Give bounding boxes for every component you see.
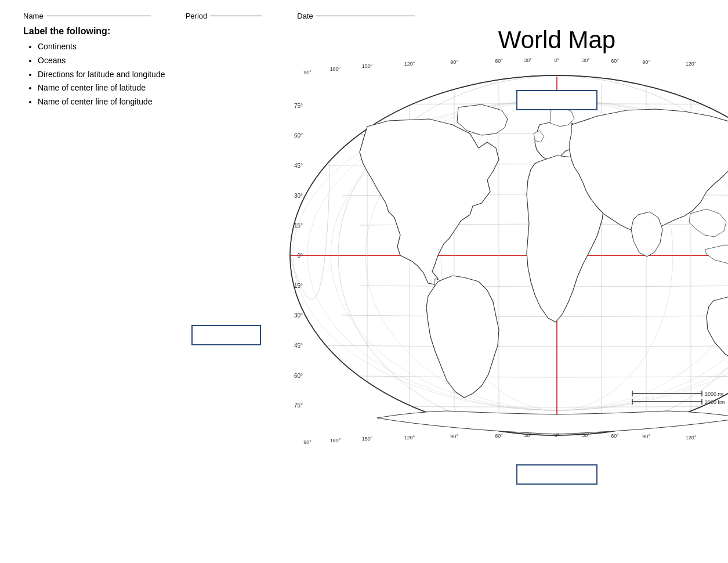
svg-text:90°: 90° [303,439,312,445]
svg-text:60°: 60° [495,433,503,439]
period-line [210,16,262,16]
svg-text:120°: 120° [686,435,697,441]
svg-text:120°: 120° [686,61,697,67]
svg-text:60°: 60° [294,132,303,139]
svg-text:90°: 90° [303,70,312,75]
date-label: Date [297,12,313,20]
svg-text:90°: 90° [642,434,650,439]
name-line [46,16,151,16]
svg-text:30°: 30° [524,58,532,63]
content-area: Label the following: Continents Oceans D… [23,26,705,453]
svg-text:60°: 60° [495,58,503,64]
world-map-svg: 2000 mi 2000 km 75° 60° 45° 30° 15° 0° 1… [273,58,728,453]
svg-text:120°: 120° [404,61,415,67]
map-section: World Map [273,26,728,453]
svg-text:30°: 30° [582,58,590,63]
date-field: Date [297,12,414,20]
answer-box-left[interactable] [191,325,261,345]
list-item-directions: Directions for latitude and longitude [38,68,273,82]
bullet-list: Continents Oceans Directions for latitud… [23,40,273,109]
svg-text:150°: 150° [362,436,373,442]
svg-text:120°: 120° [404,435,415,441]
svg-text:75°: 75° [294,103,303,109]
period-label: Period [186,12,208,20]
svg-text:15°: 15° [294,283,303,289]
map-container: 2000 mi 2000 km 75° 60° 45° 30° 15° 0° 1… [273,58,728,453]
svg-text:45°: 45° [294,342,303,349]
svg-text:30°: 30° [582,432,590,438]
svg-text:75°: 75° [294,402,303,409]
period-field: Period [186,12,263,20]
map-title: World Map [498,26,615,54]
date-line [316,16,415,16]
left-panel: Label the following: Continents Oceans D… [23,26,273,453]
svg-text:180°: 180° [330,66,341,72]
svg-text:2000 mi: 2000 mi [705,391,723,397]
svg-text:180°: 180° [330,438,341,443]
svg-text:90°: 90° [450,59,458,65]
svg-text:30°: 30° [294,193,303,199]
page: Name Period Date Label the following: Co… [0,0,728,563]
svg-text:90°: 90° [450,434,458,439]
list-item-longitude: Name of center line of longitude [38,95,273,109]
svg-text:0°: 0° [297,252,303,259]
svg-text:45°: 45° [294,163,303,169]
svg-text:150°: 150° [362,63,373,69]
svg-text:90°: 90° [642,59,650,65]
svg-text:30°: 30° [294,312,303,319]
answer-box-bottom[interactable] [516,464,597,485]
name-label: Name [23,12,44,20]
svg-text:0°: 0° [555,432,560,438]
svg-text:60°: 60° [294,373,303,379]
svg-text:2000 km: 2000 km [705,399,725,405]
answer-box-top[interactable] [516,90,597,110]
list-item-oceans: Oceans [38,54,273,68]
svg-text:30°: 30° [524,432,532,438]
svg-text:15°: 15° [294,222,303,229]
svg-text:60°: 60° [611,58,619,64]
list-item-latitude: Name of center line of latitude [38,81,273,95]
svg-text:60°: 60° [611,433,619,439]
svg-text:0°: 0° [555,58,560,63]
header-row: Name Period Date [23,12,705,20]
name-field: Name [23,12,151,20]
list-item-continents: Continents [38,40,273,54]
instructions-title: Label the following: [23,26,273,37]
